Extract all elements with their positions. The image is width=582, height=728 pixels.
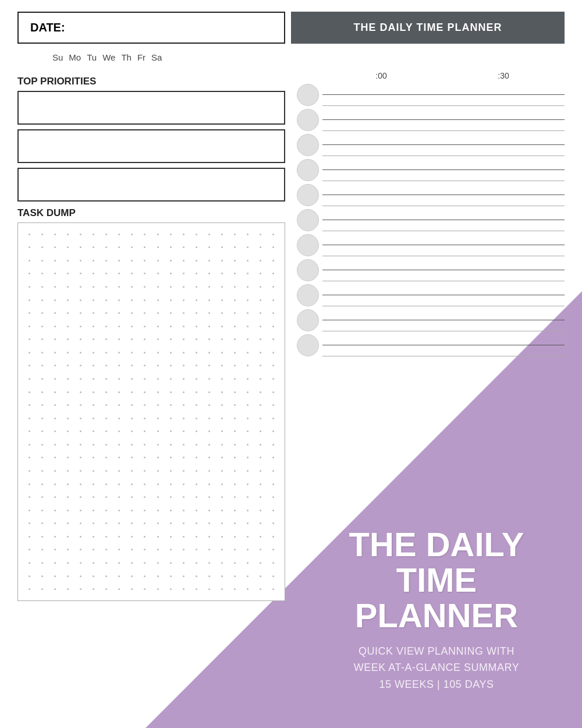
time-lines-9[interactable]	[322, 284, 565, 306]
dot-cell	[190, 346, 203, 359]
time-line-top[interactable]	[322, 309, 565, 320]
dot-cell	[203, 451, 215, 465]
priority-box-2[interactable]	[17, 129, 285, 163]
day-fr[interactable]: Fr	[137, 52, 146, 62]
dot-cell	[267, 306, 280, 320]
dot-cell	[61, 333, 74, 347]
day-sa[interactable]: Sa	[151, 52, 162, 62]
time-lines-3[interactable]	[322, 134, 565, 156]
dot-cell	[23, 346, 36, 359]
time-line-bottom[interactable]	[322, 220, 565, 231]
dot-cell	[126, 359, 139, 373]
time-line-top[interactable]	[322, 184, 565, 195]
dot-cell	[229, 372, 242, 386]
dot-cell	[126, 267, 139, 281]
time-circle-8	[297, 259, 319, 281]
day-th[interactable]: Th	[121, 52, 132, 62]
time-line-top[interactable]	[322, 109, 565, 120]
priority-box-3[interactable]	[17, 168, 285, 202]
time-line-top[interactable]	[322, 209, 565, 220]
dot-cell	[87, 280, 100, 294]
time-circle-10	[297, 309, 319, 331]
time-line-top[interactable]	[322, 159, 565, 170]
dot-cell	[242, 490, 254, 504]
time-lines-2[interactable]	[322, 109, 565, 131]
dot-cell	[177, 451, 190, 465]
time-line-bottom[interactable]	[322, 245, 565, 256]
time-lines-1[interactable]	[322, 84, 565, 106]
day-su[interactable]: Su	[52, 52, 63, 62]
dot-grid[interactable]	[17, 222, 285, 601]
time-line-bottom[interactable]	[322, 270, 565, 281]
time-line-bottom[interactable]	[322, 195, 565, 206]
time-lines-11[interactable]	[322, 334, 565, 356]
time-line-bottom[interactable]	[322, 320, 565, 331]
dot-cell	[36, 228, 48, 241]
dot-cell	[254, 582, 267, 596]
time-lines-4[interactable]	[322, 159, 565, 181]
dot-cell	[164, 517, 177, 531]
time-line-top[interactable]	[322, 84, 565, 95]
dot-cell	[216, 504, 229, 517]
dot-cell	[254, 517, 267, 531]
dot-cell	[100, 425, 113, 439]
dot-cell	[203, 294, 215, 307]
time-line-top[interactable]	[322, 284, 565, 295]
time-line-bottom[interactable]	[322, 145, 565, 156]
time-lines-7[interactable]	[322, 234, 565, 256]
dot-cell	[216, 306, 229, 320]
dot-cell	[23, 306, 36, 320]
dot-cell	[74, 438, 87, 451]
dot-cell	[203, 478, 215, 491]
dot-cell	[100, 241, 113, 255]
time-lines-6[interactable]	[322, 209, 565, 231]
time-line-bottom[interactable]	[322, 345, 565, 356]
time-lines-5[interactable]	[322, 184, 565, 206]
dot-cell	[139, 570, 151, 583]
time-line-top[interactable]	[322, 259, 565, 270]
time-line-top[interactable]	[322, 234, 565, 245]
time-line-bottom[interactable]	[322, 295, 565, 306]
dot-cell	[267, 425, 280, 439]
dot-cell	[23, 425, 36, 439]
dot-cell	[229, 582, 242, 596]
time-line-top[interactable]	[322, 134, 565, 145]
dot-cell	[61, 478, 74, 491]
dot-cell	[139, 425, 151, 439]
dot-cell	[242, 359, 254, 373]
dot-cell	[74, 241, 87, 255]
dot-cell	[254, 478, 267, 491]
bottom-title-line2: PLANNER	[355, 596, 518, 634]
time-lines-10[interactable]	[322, 309, 565, 331]
dot-cell	[87, 464, 100, 478]
date-box[interactable]: DATE:	[17, 12, 285, 44]
dot-cell	[229, 530, 242, 543]
dot-cell	[216, 294, 229, 307]
dot-cell	[190, 517, 203, 531]
dot-cell	[267, 517, 280, 531]
day-we[interactable]: We	[102, 52, 115, 62]
day-tu[interactable]: Tu	[87, 52, 97, 62]
time-line-bottom[interactable]	[322, 170, 565, 181]
day-mo[interactable]: Mo	[69, 52, 81, 62]
dot-cell	[151, 398, 164, 412]
dot-cell	[164, 412, 177, 425]
dot-cell	[87, 543, 100, 557]
time-line-bottom[interactable]	[322, 95, 565, 106]
time-line-top[interactable]	[322, 334, 565, 345]
time-line-bottom[interactable]	[322, 120, 565, 131]
dot-cell	[87, 241, 100, 255]
dot-cell	[164, 490, 177, 504]
time-lines-8[interactable]	[322, 259, 565, 281]
dot-cell	[36, 530, 48, 543]
dot-cell	[242, 386, 254, 399]
priority-box-1[interactable]	[17, 91, 285, 125]
dot-cell	[100, 267, 113, 281]
dot-cell	[113, 412, 126, 425]
dot-cell	[139, 241, 151, 255]
dot-cell	[229, 570, 242, 583]
time-circle-5	[297, 184, 319, 206]
dot-cell	[164, 333, 177, 347]
dot-cell	[177, 228, 190, 241]
dot-cell	[126, 320, 139, 333]
